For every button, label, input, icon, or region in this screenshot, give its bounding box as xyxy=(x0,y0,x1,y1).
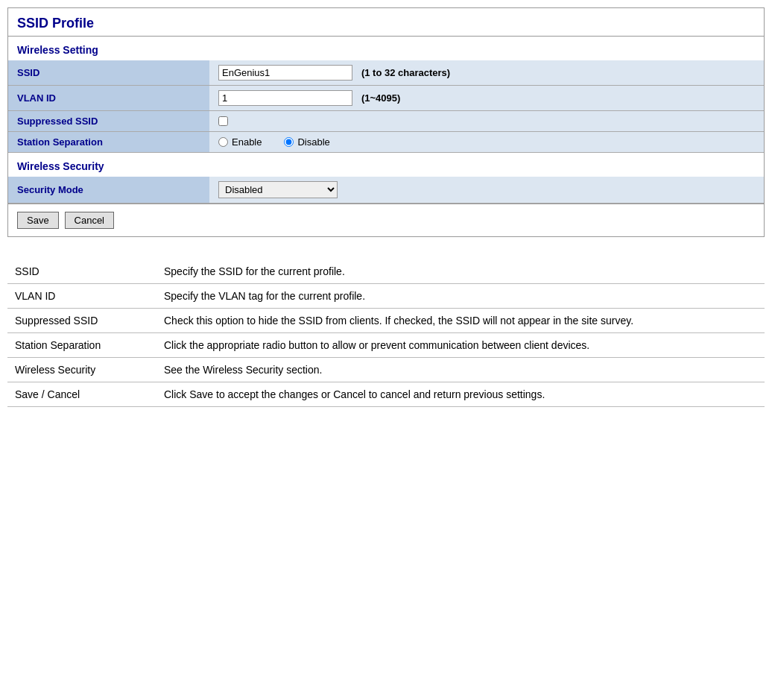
desc-detail: Specify the VLAN tag for the current pro… xyxy=(156,284,765,309)
desc-term: Suppressed SSID xyxy=(7,309,156,333)
desc-term: Save / Cancel xyxy=(7,382,156,407)
desc-term: VLAN ID xyxy=(7,284,156,309)
save-button[interactable]: Save xyxy=(17,212,59,229)
suppressed-ssid-row: Suppressed SSID xyxy=(8,111,764,132)
ssid-profile-panel: SSID Profile Wireless Setting SSID (1 to… xyxy=(7,7,765,237)
cancel-button[interactable]: Cancel xyxy=(65,212,114,229)
desc-detail: Check this option to hide the SSID from … xyxy=(156,309,765,333)
vlan-id-hint: (1~4095) xyxy=(361,92,400,104)
station-separation-enable-text: Enable xyxy=(232,136,262,148)
desc-term: SSID xyxy=(7,259,156,284)
vlan-id-row: VLAN ID (1~4095) xyxy=(8,86,764,111)
station-separation-row: Station Separation Enable Disable xyxy=(8,132,764,153)
ssid-hint: (1 to 32 characters) xyxy=(361,67,450,78)
ssid-row: SSID (1 to 32 characters) xyxy=(8,60,764,86)
suppressed-ssid-label: Suppressed SSID xyxy=(8,111,209,132)
station-separation-enable-label[interactable]: Enable xyxy=(218,136,262,148)
desc-term: Station Separation xyxy=(7,333,156,358)
vlan-id-cell: (1~4095) xyxy=(209,86,764,111)
wireless-setting-heading: Wireless Setting xyxy=(8,37,764,60)
desc-detail: Click the appropriate radio button to al… xyxy=(156,333,765,358)
station-separation-label: Station Separation xyxy=(8,132,209,153)
desc-row: Save / CancelClick Save to accept the ch… xyxy=(7,382,765,407)
wireless-security-table: Security Mode Disabled WEP WPA-Personal … xyxy=(8,177,764,204)
vlan-id-label: VLAN ID xyxy=(8,86,209,111)
security-mode-row: Security Mode Disabled WEP WPA-Personal … xyxy=(8,177,764,204)
suppressed-ssid-checkbox-container xyxy=(218,116,755,126)
desc-row: Station SeparationClick the appropriate … xyxy=(7,333,765,358)
panel-title: SSID Profile xyxy=(8,8,764,37)
security-mode-select[interactable]: Disabled WEP WPA-Personal WPA-Enterprise xyxy=(218,181,338,198)
desc-detail: See the Wireless Security section. xyxy=(156,358,765,382)
desc-detail: Click Save to accept the changes or Canc… xyxy=(156,382,765,407)
station-separation-cell: Enable Disable xyxy=(209,132,764,153)
desc-row: VLAN IDSpecify the VLAN tag for the curr… xyxy=(7,284,765,309)
station-separation-disable-radio[interactable] xyxy=(284,137,294,147)
station-separation-enable-radio[interactable] xyxy=(218,137,228,147)
description-table: SSIDSpecify the SSID for the current pro… xyxy=(7,259,765,407)
station-separation-disable-text: Disable xyxy=(297,136,329,148)
ssid-cell: (1 to 32 characters) xyxy=(209,60,764,86)
vlan-id-input[interactable] xyxy=(218,90,352,106)
station-separation-radio-group: Enable Disable xyxy=(218,136,755,148)
desc-row: Wireless SecuritySee the Wireless Securi… xyxy=(7,358,765,382)
desc-detail: Specify the SSID for the current profile… xyxy=(156,259,765,284)
desc-row: Suppressed SSIDCheck this option to hide… xyxy=(7,309,765,333)
station-separation-disable-label[interactable]: Disable xyxy=(284,136,329,148)
security-mode-cell: Disabled WEP WPA-Personal WPA-Enterprise xyxy=(209,177,764,204)
wireless-security-heading: Wireless Security xyxy=(8,153,764,177)
suppressed-ssid-checkbox[interactable] xyxy=(218,116,228,126)
wireless-settings-table: SSID (1 to 32 characters) VLAN ID (1~409… xyxy=(8,60,764,153)
security-mode-label: Security Mode xyxy=(8,177,209,204)
desc-row: SSIDSpecify the SSID for the current pro… xyxy=(7,259,765,284)
ssid-input[interactable] xyxy=(218,65,352,81)
suppressed-ssid-cell xyxy=(209,111,764,132)
desc-term: Wireless Security xyxy=(7,358,156,382)
button-row: Save Cancel xyxy=(8,204,764,236)
ssid-label: SSID xyxy=(8,60,209,86)
